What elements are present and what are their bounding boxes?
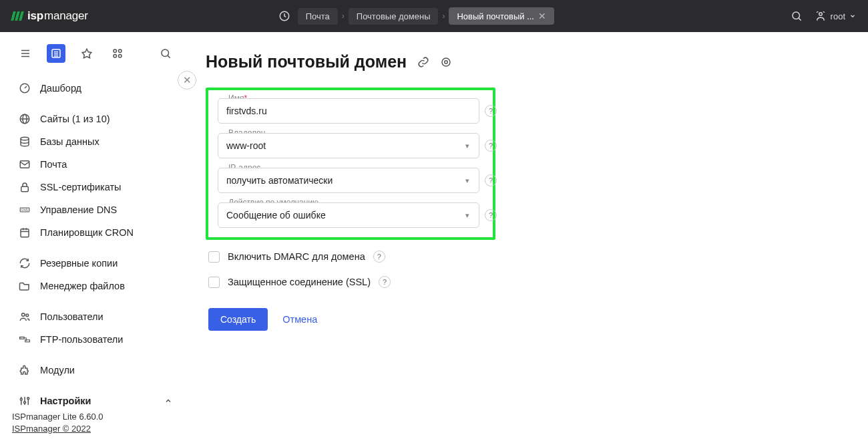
nav-backups[interactable]: Резервные копии xyxy=(12,253,179,274)
default-action-select[interactable]: Сообщение об ошибке ▾ xyxy=(218,202,479,228)
database-icon xyxy=(19,136,31,148)
nav-dns[interactable]: DNSУправление DNS xyxy=(12,199,179,221)
svg-rect-27 xyxy=(21,229,29,237)
svg-point-13 xyxy=(119,49,122,53)
nav-sites[interactable]: Сайты (1 из 10) xyxy=(12,108,179,130)
nav-users[interactable]: Пользователи xyxy=(12,306,179,327)
ssl-checkbox[interactable] xyxy=(208,277,220,288)
user-icon xyxy=(815,10,827,22)
svg-line-2 xyxy=(799,18,801,20)
close-panel-button[interactable]: ✕ xyxy=(178,71,196,90)
svg-point-14 xyxy=(114,55,117,58)
nav-label: Резервные копии xyxy=(40,258,172,269)
breadcrumb-label: Почта xyxy=(306,11,330,21)
page-title: Новый почтовый домен xyxy=(206,52,407,71)
folder-icon xyxy=(19,280,31,292)
menu-icon[interactable] xyxy=(16,44,35,63)
highlight-box: Имя* ? Владелец www-root ▾ ? IP-адрес xyxy=(206,88,495,240)
topbar: ispmanager Почта › Почтовые домены › Нов… xyxy=(0,0,868,32)
svg-rect-24 xyxy=(21,186,29,192)
dns-icon: DNS xyxy=(19,204,31,216)
svg-point-44 xyxy=(445,60,448,63)
copyright-link[interactable]: ISPmanager © 2022 xyxy=(12,424,179,434)
breadcrumb-sep: › xyxy=(342,11,345,21)
svg-point-39 xyxy=(24,402,26,404)
dmarc-label: Включить DMARC для домена xyxy=(228,251,365,262)
link-icon[interactable] xyxy=(417,56,429,68)
svg-point-43 xyxy=(442,58,450,66)
svg-line-17 xyxy=(168,55,170,57)
search-sidebar-icon[interactable] xyxy=(156,44,175,63)
breadcrumb-item-mail[interactable]: Почта xyxy=(298,8,338,25)
nav-databases[interactable]: Базы данных xyxy=(12,131,179,152)
nav-label: FTP-пользователи xyxy=(40,334,172,345)
breadcrumbs: Почта › Почтовые домены › Новый почтовый… xyxy=(275,7,791,25)
sidebar: ✕ Дашборд Сайты (1 из 10) Базы данных По… xyxy=(0,32,187,439)
breadcrumb-item-domains[interactable]: Почтовые домены xyxy=(349,8,439,25)
chevron-down-icon: ▾ xyxy=(465,211,469,220)
nav-label: Дашборд xyxy=(40,83,172,94)
svg-marker-11 xyxy=(82,49,91,58)
ip-select[interactable]: получить автоматически ▾ xyxy=(218,168,479,193)
help-icon[interactable]: ? xyxy=(485,209,497,221)
owner-select[interactable]: www-root ▾ xyxy=(218,133,479,158)
svg-point-12 xyxy=(114,49,117,53)
nav-label: SSL-сертификаты xyxy=(40,182,172,192)
users-icon xyxy=(19,311,31,323)
lock-icon xyxy=(19,181,31,193)
create-button[interactable]: Создать xyxy=(208,308,268,331)
topbar-right: root xyxy=(791,10,856,22)
nav-settings[interactable]: Настройки xyxy=(12,390,179,412)
nav-label: Планировщик CRON xyxy=(40,227,172,238)
star-icon[interactable] xyxy=(77,44,96,63)
name-input[interactable] xyxy=(218,98,479,124)
sidebar-toolbar xyxy=(12,44,179,63)
nav-ftp[interactable]: FTPFTP-пользователи xyxy=(12,329,179,350)
svg-point-15 xyxy=(119,55,122,58)
apps-icon[interactable] xyxy=(108,44,127,63)
nav-ssl[interactable]: SSL-сертификаты xyxy=(12,176,179,198)
version-label: ISPmanager Lite 6.60.0 xyxy=(12,412,179,422)
breadcrumb-label: Новый почтовый ... xyxy=(457,11,534,21)
help-icon[interactable]: ? xyxy=(373,251,385,263)
chevron-down-icon: ▾ xyxy=(465,176,469,185)
mail-icon xyxy=(19,158,31,170)
nav: Дашборд Сайты (1 из 10) Базы данных Почт… xyxy=(12,78,179,412)
help-icon[interactable]: ? xyxy=(485,105,497,117)
main-content: Новый почтовый домен Имя* ? Владелец www… xyxy=(187,32,868,439)
puzzle-icon xyxy=(19,364,31,376)
svg-point-3 xyxy=(819,13,822,16)
nav-label: Настройки xyxy=(40,396,155,406)
username-label: root xyxy=(831,11,845,21)
help-icon[interactable]: ? xyxy=(485,174,497,186)
select-value: Сообщение об ошибке xyxy=(226,210,326,221)
logo-text-bold: isp xyxy=(27,9,43,23)
history-icon[interactable] xyxy=(275,7,294,25)
svg-point-41 xyxy=(27,398,29,400)
ftp-icon: FTP xyxy=(19,333,31,345)
nav-mail[interactable]: Почта xyxy=(12,154,179,175)
dmarc-checkbox[interactable] xyxy=(208,251,220,263)
logo[interactable]: ispmanager xyxy=(12,9,88,23)
refresh-icon xyxy=(19,257,31,269)
nav-dashboard[interactable]: Дашборд xyxy=(12,78,179,99)
nav-cron[interactable]: Планировщик CRON xyxy=(12,222,179,243)
chevron-down-icon: ▾ xyxy=(465,142,469,150)
target-icon[interactable] xyxy=(440,56,452,68)
svg-point-32 xyxy=(26,314,29,317)
help-icon[interactable]: ? xyxy=(485,140,497,152)
close-icon[interactable]: ✕ xyxy=(538,11,546,21)
nav-modules[interactable]: Модули xyxy=(12,359,179,381)
user-menu[interactable]: root xyxy=(815,10,856,22)
search-icon[interactable] xyxy=(791,10,803,22)
cancel-button[interactable]: Отмена xyxy=(282,314,317,325)
nav-label: Менеджер файлов xyxy=(40,281,172,291)
nav-files[interactable]: Менеджер файлов xyxy=(12,275,179,297)
breadcrumb-sep: › xyxy=(442,11,445,21)
select-value: www-root xyxy=(226,140,266,151)
select-value: получить автоматически xyxy=(226,175,333,186)
help-icon[interactable]: ? xyxy=(379,276,391,288)
list-icon[interactable] xyxy=(47,44,65,63)
svg-point-31 xyxy=(22,313,25,317)
breadcrumb-item-current[interactable]: Новый почтовый ... ✕ xyxy=(449,7,554,25)
